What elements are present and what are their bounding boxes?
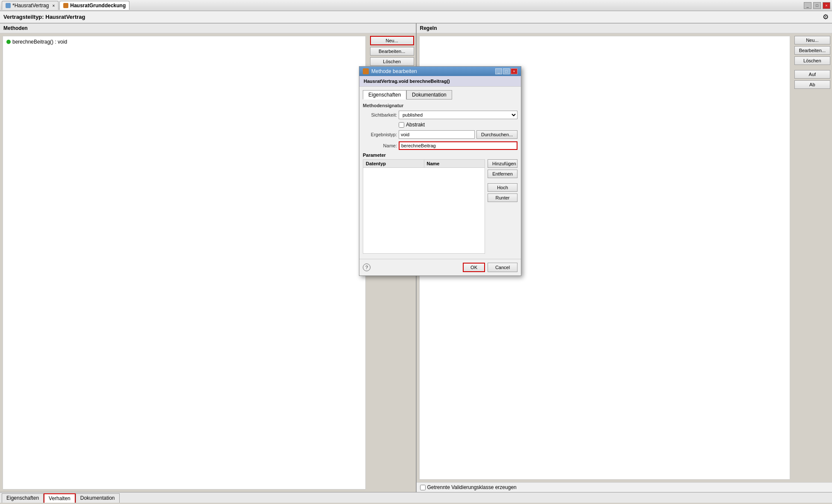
bottom-tabs: Eigenschaften Verhalten Dokumentation bbox=[0, 492, 832, 503]
ok-button[interactable]: OK bbox=[463, 263, 485, 272]
parameter-buttons: Hinzufügen Entfernen Hoch Runter bbox=[488, 159, 517, 255]
durchsuchen-button[interactable]: Durchsuchen... bbox=[476, 130, 517, 139]
regeln-loeschen-button[interactable]: Löschen bbox=[794, 56, 830, 65]
param-table-header: Datentyp Name bbox=[363, 160, 485, 168]
modal-titlebar: Methode bearbeiten _ □ × bbox=[359, 67, 521, 76]
tab-icon-hausratvertrag bbox=[6, 3, 11, 8]
parameter-table: Datentyp Name bbox=[363, 159, 485, 254]
modal-title: Methode bearbeiten bbox=[371, 68, 417, 74]
footer-buttons: OK Cancel bbox=[463, 263, 517, 272]
modal-tab-eigenschaften-label: Eigenschaften bbox=[368, 92, 401, 98]
modal-close-button[interactable]: × bbox=[511, 68, 517, 74]
getrennte-validierung-checkbox[interactable] bbox=[420, 485, 426, 490]
method-icon-green bbox=[6, 40, 11, 44]
tab-hausratvertrag[interactable]: *HausratVertrag × bbox=[2, 1, 59, 10]
tab-close-hausratvertrag[interactable]: × bbox=[52, 3, 55, 8]
cancel-button[interactable]: Cancel bbox=[488, 263, 517, 272]
getrennte-validierung-label: Getrennte Validierungsklasse erzeugen bbox=[427, 484, 517, 490]
sichtbarkeit-row: Sichtbarkeit: published internal private… bbox=[363, 111, 517, 119]
modal-maximize-button[interactable]: □ bbox=[503, 68, 510, 74]
modal-minimize-button[interactable]: _ bbox=[495, 68, 502, 74]
method-label-berechnebeitrag: berechneBeitrag() : void bbox=[12, 39, 67, 45]
methoden-body: berechneBeitrag() : void Neu... Bearbeit… bbox=[0, 33, 416, 492]
tab-label-hausratvertrag: *HausratVertrag bbox=[12, 3, 49, 9]
sichtbarkeit-label: Sichtbarkeit: bbox=[363, 112, 397, 117]
abstrakt-row: Abstrakt bbox=[399, 122, 517, 128]
name-input[interactable] bbox=[399, 141, 517, 150]
abstrakt-checkbox[interactable] bbox=[399, 122, 404, 128]
regeln-buttons: Neu... Bearbeiten... Löschen Auf Ab bbox=[793, 33, 832, 482]
modal-tab-eigenschaften[interactable]: Eigenschaften bbox=[363, 90, 406, 100]
left-panel: Methoden berechneBeitrag() : void Neu...… bbox=[0, 23, 417, 492]
tab-icon-hausratgrunddeckung bbox=[63, 3, 68, 8]
param-buttons-group: Hinzufügen Entfernen Hoch Runter bbox=[488, 159, 517, 202]
modal-controls: _ □ × bbox=[495, 68, 517, 74]
methoden-bearbeiten-button[interactable]: Bearbeiten... bbox=[370, 47, 414, 56]
modal-methode-bearbeiten: Methode bearbeiten _ □ × HausratVertrag.… bbox=[359, 66, 521, 276]
window-titlebar: *HausratVertrag × HausratGrunddeckung _ … bbox=[0, 0, 832, 11]
help-icon[interactable]: ? bbox=[363, 264, 370, 271]
param-col-name: Name bbox=[424, 160, 485, 167]
window-controls: _ □ × bbox=[804, 2, 830, 9]
param-col-datentyp: Datentyp bbox=[363, 160, 424, 167]
modal-title-area: Methode bearbeiten bbox=[363, 68, 417, 74]
runter-button[interactable]: Runter bbox=[488, 193, 517, 202]
methoden-list[interactable]: berechneBeitrag() : void bbox=[3, 36, 366, 489]
tab-label-hausratgrunddeckung: HausratGrunddeckung bbox=[70, 3, 126, 9]
regeln-ab-button[interactable]: Ab bbox=[794, 80, 830, 89]
hinzufuegen-button[interactable]: Hinzufügen bbox=[488, 159, 517, 168]
sichtbarkeit-select[interactable]: published internal private protected bbox=[399, 111, 517, 119]
modal-subtitle: HausratVertrag.void berechneBeitrag() bbox=[359, 76, 521, 87]
modal-title-icon bbox=[363, 68, 369, 74]
ergebnistyp-row: Ergebnistyp: Durchsuchen... bbox=[363, 130, 517, 139]
bottom-tab-verhalten-label: Verhalten bbox=[49, 495, 71, 501]
close-button[interactable]: × bbox=[823, 2, 830, 9]
method-item-berechnebeitrag[interactable]: berechneBeitrag() : void bbox=[5, 38, 364, 46]
regeln-auf-button[interactable]: Auf bbox=[794, 70, 830, 79]
entfernen-button[interactable]: Entfernen bbox=[488, 170, 517, 178]
parameter-area: Datentyp Name Hinzufügen Entfernen Hoch … bbox=[363, 159, 517, 255]
bottom-tab-dokumentation[interactable]: Dokumentation bbox=[76, 493, 120, 503]
name-label: Name: bbox=[363, 143, 397, 148]
bottom-tab-eigenschaften-label: Eigenschaften bbox=[6, 495, 39, 501]
methoden-loeschen-button[interactable]: Löschen bbox=[370, 57, 414, 66]
regeln-neu-button[interactable]: Neu... bbox=[794, 36, 830, 44]
parameter-section-title: Parameter bbox=[363, 152, 517, 158]
app-titlebar: Vertragsteiltyp: HausratVertrag ⚙ bbox=[0, 11, 832, 23]
tab-hausratgrunddeckung[interactable]: HausratGrunddeckung bbox=[59, 1, 129, 10]
regeln-bearbeiten-button[interactable]: Bearbeiten... bbox=[794, 46, 830, 55]
modal-tabs: Eigenschaften Dokumentation bbox=[363, 90, 517, 100]
modal-body: Eigenschaften Dokumentation Methodensign… bbox=[359, 87, 521, 259]
modal-section-title: Methodensignatur bbox=[363, 103, 517, 108]
methoden-header: Methoden bbox=[0, 23, 416, 33]
minimize-button[interactable]: _ bbox=[804, 2, 811, 9]
bottom-tab-eigenschaften[interactable]: Eigenschaften bbox=[2, 493, 44, 503]
bottom-checkbox-area: Getrennte Validierungsklasse erzeugen bbox=[417, 482, 832, 492]
maximize-button[interactable]: □ bbox=[813, 2, 821, 9]
modal-footer: ? OK Cancel bbox=[359, 259, 521, 275]
abstrakt-label: Abstrakt bbox=[406, 122, 425, 128]
app-title: Vertragsteiltyp: HausratVertrag bbox=[3, 14, 85, 20]
name-row: Name: bbox=[363, 141, 517, 150]
ergebnistyp-label: Ergebnistyp: bbox=[363, 132, 397, 137]
parameter-table-container: Datentyp Name bbox=[363, 159, 485, 255]
regeln-header: Regeln bbox=[417, 23, 832, 33]
param-table-body[interactable] bbox=[363, 168, 485, 253]
modal-tab-dokumentation[interactable]: Dokumentation bbox=[406, 90, 452, 100]
bottom-tab-verhalten[interactable]: Verhalten bbox=[44, 493, 76, 503]
ergebnistyp-input[interactable] bbox=[399, 130, 475, 139]
methoden-neu-button[interactable]: Neu... bbox=[370, 36, 414, 45]
modal-tab-dokumentation-label: Dokumentation bbox=[412, 92, 447, 98]
hoch-button[interactable]: Hoch bbox=[488, 183, 517, 192]
bottom-tab-dokumentation-label: Dokumentation bbox=[80, 495, 115, 501]
app-icon: ⚙ bbox=[823, 13, 829, 21]
